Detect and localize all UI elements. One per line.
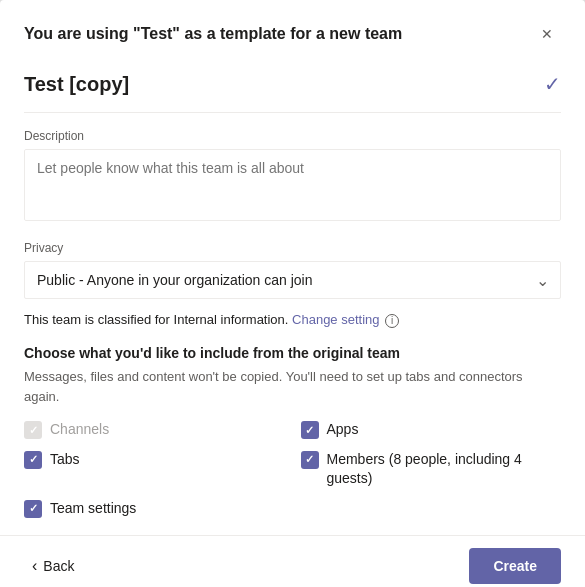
checkbox-item-members: ✓ Members (8 people, including 4 guests) [301, 450, 562, 489]
privacy-label: Privacy [24, 241, 561, 255]
checkbox-item-team-settings: ✓ Team settings [24, 499, 285, 519]
checkboxes-grid: ✓ Channels ✓ Apps ✓ Tabs [24, 420, 561, 518]
back-label: Back [43, 558, 74, 574]
checkbox-channels[interactable]: ✓ [24, 421, 42, 439]
description-field: Description [24, 129, 561, 241]
close-icon: ✕ [541, 26, 553, 42]
checkbox-label-tabs: Tabs [50, 450, 80, 470]
description-textarea[interactable] [24, 149, 561, 221]
change-setting-link[interactable]: Change setting [292, 312, 379, 327]
modal-title: You are using "Test" as a template for a… [24, 25, 402, 43]
checkbox-apps[interactable]: ✓ [301, 421, 319, 439]
team-name-input[interactable] [24, 73, 536, 96]
checkbox-label-channels: Channels [50, 420, 109, 440]
info-text: This team is classified for Internal inf… [24, 311, 561, 329]
checkbox-tabs[interactable]: ✓ [24, 451, 42, 469]
choose-section-desc: Messages, files and content won't be cop… [24, 367, 561, 406]
checkbox-team-settings[interactable]: ✓ [24, 500, 42, 518]
checkbox-label-team-settings: Team settings [50, 499, 136, 519]
modal-body: ✓ Description Privacy Public - Anyone in… [0, 60, 585, 535]
checkbox-item-tabs: ✓ Tabs [24, 450, 285, 489]
check-icon-apps: ✓ [305, 424, 314, 437]
privacy-select-wrapper: Public - Anyone in your organization can… [24, 261, 561, 299]
check-icon-members: ✓ [305, 453, 314, 466]
choose-section: Choose what you'd like to include from t… [24, 345, 561, 518]
checkbox-members[interactable]: ✓ [301, 451, 319, 469]
back-arrow-icon: ‹ [32, 557, 37, 575]
modal-footer: ‹ Back Create [0, 535, 585, 587]
check-icon-tabs: ✓ [29, 453, 38, 466]
back-button[interactable]: ‹ Back [24, 551, 82, 581]
info-text-static: This team is classified for Internal inf… [24, 312, 288, 327]
modal-header: You are using "Test" as a template for a… [0, 0, 585, 60]
team-name-row: ✓ [24, 64, 561, 113]
checkbox-label-apps: Apps [327, 420, 359, 440]
template-modal: You are using "Test" as a template for a… [0, 0, 585, 587]
check-icon-channels: ✓ [29, 424, 38, 437]
checkbox-label-members: Members (8 people, including 4 guests) [327, 450, 562, 489]
create-button[interactable]: Create [469, 548, 561, 584]
info-icon[interactable]: i [385, 314, 399, 328]
check-icon-team-settings: ✓ [29, 502, 38, 515]
checkbox-item-apps: ✓ Apps [301, 420, 562, 440]
privacy-field: Privacy Public - Anyone in your organiza… [24, 241, 561, 299]
choose-section-title: Choose what you'd like to include from t… [24, 345, 561, 361]
description-label: Description [24, 129, 561, 143]
checkbox-item-channels: ✓ Channels [24, 420, 285, 440]
privacy-select[interactable]: Public - Anyone in your organization can… [24, 261, 561, 299]
checkmark-icon: ✓ [544, 72, 561, 96]
close-button[interactable]: ✕ [533, 20, 561, 48]
